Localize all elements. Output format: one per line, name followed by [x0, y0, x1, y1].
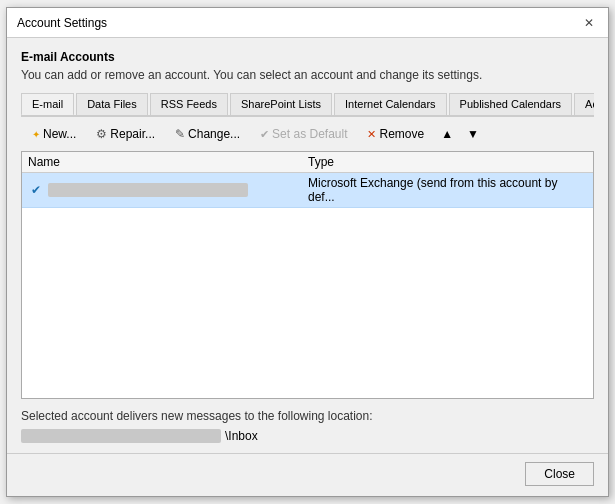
dialog-footer: Close [7, 453, 608, 496]
delivery-info: Selected account delivers new messages t… [21, 409, 594, 443]
row-name-cell: ✔ [28, 182, 308, 198]
tabs-row: E-mail Data Files RSS Feeds SharePoint L… [21, 92, 594, 117]
toolbar: New... Repair... Change... Set as Defaul… [21, 117, 594, 151]
delivery-label: Selected account delivers new messages t… [21, 409, 594, 423]
tab-rss-feeds[interactable]: RSS Feeds [150, 93, 228, 116]
default-account-icon: ✔ [28, 182, 44, 198]
dialog-body: E-mail Accounts You can add or remove an… [7, 38, 608, 453]
table-header: Name Type [22, 152, 593, 173]
col-type-header: Type [308, 155, 587, 169]
set-default-label: Set as Default [272, 127, 347, 141]
col-name-header: Name [28, 155, 308, 169]
move-up-button[interactable]: ▲ [435, 123, 459, 145]
tab-address-books[interactable]: Address Books [574, 93, 594, 116]
dialog-title: Account Settings [17, 16, 107, 30]
tab-published-calendars[interactable]: Published Calendars [449, 93, 573, 116]
table-row[interactable]: ✔ Microsoft Exchange (send from this acc… [22, 173, 593, 208]
title-bar: Account Settings ✕ [7, 8, 608, 38]
close-dialog-button[interactable]: Close [525, 462, 594, 486]
tab-sharepoint[interactable]: SharePoint Lists [230, 93, 332, 116]
repair-label: Repair... [110, 127, 155, 141]
repair-button[interactable]: Repair... [87, 123, 164, 145]
tab-email[interactable]: E-mail [21, 93, 74, 116]
new-button[interactable]: New... [23, 123, 85, 145]
title-close-button[interactable]: ✕ [580, 14, 598, 32]
new-icon [32, 127, 40, 141]
set-default-icon [260, 127, 269, 141]
tab-data-files[interactable]: Data Files [76, 93, 148, 116]
row-type-cell: Microsoft Exchange (send from this accou… [308, 176, 587, 204]
new-label: New... [43, 127, 76, 141]
change-icon [175, 127, 185, 141]
tab-internet-calendars[interactable]: Internet Calendars [334, 93, 447, 116]
change-label: Change... [188, 127, 240, 141]
delivery-path: \Inbox [21, 429, 594, 443]
account-name-redacted [48, 183, 248, 197]
repair-icon [96, 127, 107, 141]
delivery-path-redacted [21, 429, 221, 443]
move-down-button[interactable]: ▼ [461, 123, 485, 145]
section-description: You can add or remove an account. You ca… [21, 68, 594, 82]
change-button[interactable]: Change... [166, 123, 249, 145]
remove-label: Remove [379, 127, 424, 141]
set-default-button[interactable]: Set as Default [251, 123, 356, 145]
remove-icon [367, 127, 376, 141]
delivery-path-suffix: \Inbox [225, 429, 258, 443]
account-settings-dialog: Account Settings ✕ E-mail Accounts You c… [6, 7, 609, 497]
section-title: E-mail Accounts [21, 50, 594, 64]
remove-button[interactable]: Remove [358, 123, 433, 145]
accounts-table: Name Type ✔ Microsoft Exchange (send fro… [21, 151, 594, 399]
